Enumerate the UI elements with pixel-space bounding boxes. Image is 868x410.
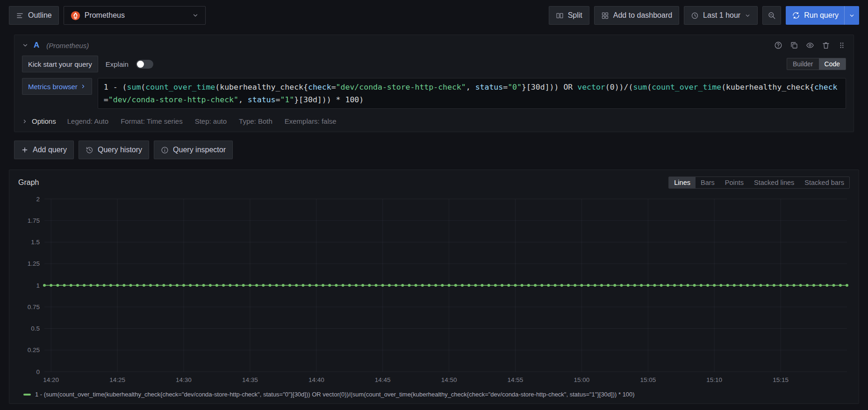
apps-grid-icon <box>601 12 609 20</box>
option-summary-item: Exemplars: false <box>285 117 337 125</box>
graph-style-points[interactable]: Points <box>720 177 749 188</box>
query-header-actions <box>774 41 846 49</box>
svg-text:14:35: 14:35 <box>242 376 258 383</box>
svg-text:14:20: 14:20 <box>43 376 59 383</box>
svg-text:14:30: 14:30 <box>176 376 192 383</box>
svg-text:0.75: 0.75 <box>28 304 40 311</box>
chevron-down-icon <box>849 13 855 19</box>
outline-button[interactable]: Outline <box>9 6 59 25</box>
datasource-picker[interactable]: Prometheus <box>64 6 206 25</box>
history-icon <box>86 146 93 154</box>
run-query-label: Run query <box>804 11 839 20</box>
zoom-out-icon <box>768 11 776 20</box>
outline-label: Outline <box>28 11 52 20</box>
graph-style-stacked-lines[interactable]: Stacked lines <box>749 177 799 188</box>
time-range-label: Last 1 hour <box>703 11 740 20</box>
svg-text:15:05: 15:05 <box>640 376 656 383</box>
chevron-down-icon <box>192 12 199 19</box>
collapse-chevron-icon[interactable] <box>22 42 29 49</box>
options-summary: Legend: AutoFormat: Time seriesStep: aut… <box>67 117 337 125</box>
split-button[interactable]: Split <box>549 6 589 25</box>
svg-text:1.5: 1.5 <box>31 239 40 246</box>
svg-text:0: 0 <box>36 368 40 375</box>
query-tools-row: Kick start your query Explain BuilderCod… <box>14 54 854 74</box>
copy-icon[interactable] <box>790 41 798 49</box>
legend-item[interactable]: 1 - (sum(count_over_time(kuberhealthy_ch… <box>23 391 635 398</box>
query-actions: Add query Query history Query inspector <box>14 141 854 159</box>
toolbar-left: Outline Prometheus <box>9 6 206 25</box>
time-range-picker[interactable]: Last 1 hour <box>684 6 758 25</box>
query-history-button[interactable]: Query history <box>79 141 149 159</box>
explain-label: Explain <box>106 60 129 68</box>
legend-series-label: 1 - (sum(count_over_time(kuberhealthy_ch… <box>35 391 635 398</box>
svg-text:14:50: 14:50 <box>441 376 457 383</box>
chevron-right-icon <box>80 84 86 89</box>
query-history-label: Query history <box>98 146 142 154</box>
kick-start-label: Kick start your query <box>28 60 92 68</box>
add-to-dashboard-button[interactable]: Add to dashboard <box>594 6 679 25</box>
split-label: Split <box>568 11 582 20</box>
query-code-editor[interactable]: 1 - (sum(count_over_time(kuberhealthy_ch… <box>98 78 846 109</box>
metrics-browser-label: Metrics browser <box>28 83 78 91</box>
query-ref-id: A <box>34 41 39 50</box>
add-query-label: Add query <box>33 146 67 154</box>
svg-text:15:00: 15:00 <box>574 376 589 383</box>
graph-style-lines[interactable]: Lines <box>669 177 696 188</box>
drag-grip-icon[interactable] <box>838 41 846 49</box>
legend: 1 - (sum(count_over_time(kuberhealthy_ch… <box>9 388 859 403</box>
run-query-button[interactable]: Run query <box>786 6 844 25</box>
toolbar-right: Split Add to dashboard Last 1 hour <box>549 6 859 25</box>
chevron-right-icon <box>22 119 28 124</box>
graph-style-stacked-bars[interactable]: Stacked bars <box>799 177 849 188</box>
option-summary-item: Type: Both <box>239 117 273 125</box>
svg-text:1.75: 1.75 <box>28 217 40 224</box>
info-circle-icon <box>161 146 169 154</box>
query-inspector-button[interactable]: Query inspector <box>154 141 233 159</box>
datasource-name: Prometheus <box>85 11 125 20</box>
mode-toggle: BuilderCode <box>787 58 846 70</box>
legend-series-marker <box>23 394 31 396</box>
svg-text:2: 2 <box>36 196 40 203</box>
mode-builder-button[interactable]: Builder <box>787 58 819 70</box>
svg-text:15:15: 15:15 <box>773 376 789 383</box>
options-label: Options <box>32 117 56 125</box>
explore-toolbar: Outline Prometheus Split <box>0 0 868 31</box>
add-to-dashboard-label: Add to dashboard <box>613 11 672 20</box>
svg-text:1.25: 1.25 <box>28 260 40 267</box>
eye-icon[interactable] <box>806 41 814 49</box>
query-input-row: Metrics browser 1 - (sum(count_over_time… <box>14 74 854 113</box>
trash-icon[interactable] <box>822 41 830 49</box>
graph-panel: Graph LinesBarsPointsStacked linesStacke… <box>9 170 859 404</box>
metrics-browser-button[interactable]: Metrics browser <box>22 78 92 95</box>
kick-start-button[interactable]: Kick start your query <box>22 56 98 72</box>
chevron-down-icon <box>745 13 751 19</box>
graph-canvas[interactable]: 21.751.51.2510.750.50.25014:2014:2514:30… <box>9 191 859 388</box>
sync-icon <box>792 12 800 19</box>
add-query-button[interactable]: Add query <box>14 141 74 159</box>
query-code: 1 - (sum(count_over_time(kuberhealthy_ch… <box>104 83 838 104</box>
graph-style-bars[interactable]: Bars <box>696 177 720 188</box>
option-summary-item: Step: auto <box>195 117 227 125</box>
run-query-caret[interactable] <box>844 6 859 25</box>
svg-text:0.5: 0.5 <box>31 325 40 332</box>
query-inspector-label: Query inspector <box>173 146 226 154</box>
svg-text:14:45: 14:45 <box>375 376 391 383</box>
graph-style-group: LinesBarsPointsStacked linesStacked bars <box>668 177 850 189</box>
query-options-row: Options Legend: AutoFormat: Time seriesS… <box>14 113 854 132</box>
option-summary-item: Legend: Auto <box>67 117 108 125</box>
query-datasource-hint: (Prometheus) <box>46 42 89 49</box>
prometheus-logo-icon <box>71 11 80 21</box>
query-header: A (Prometheus) <box>14 35 854 54</box>
outline-icon <box>16 12 24 20</box>
options-toggle[interactable]: Options <box>22 117 56 125</box>
zoom-out-button[interactable] <box>762 6 781 25</box>
graph-header: Graph LinesBarsPointsStacked linesStacke… <box>9 170 859 191</box>
svg-text:14:40: 14:40 <box>308 376 324 383</box>
explain-toggle[interactable] <box>136 60 153 69</box>
mode-code-button[interactable]: Code <box>819 58 846 70</box>
svg-text:14:25: 14:25 <box>109 376 125 383</box>
query-editor-card: A (Prometheus) Kick start your query Exp… <box>14 35 854 132</box>
help-icon[interactable] <box>774 41 782 49</box>
split-icon <box>556 12 564 20</box>
svg-text:0.25: 0.25 <box>28 346 40 353</box>
